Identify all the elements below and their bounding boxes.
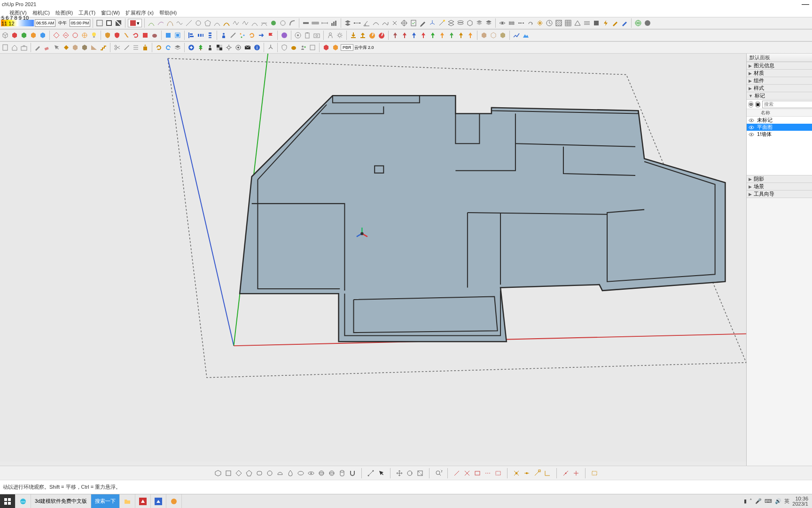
arrow3d-6-icon[interactable] (438, 31, 446, 40)
cube-tan2-icon[interactable] (489, 31, 498, 40)
arrow3d-9-icon[interactable] (466, 31, 475, 40)
elephant-icon[interactable] (150, 31, 159, 40)
shape-magnet-icon[interactable] (348, 469, 357, 477)
taskbar-app-sketchup[interactable] (151, 494, 166, 508)
fork-icon[interactable] (266, 43, 275, 52)
cube-blue-icon[interactable] (39, 31, 47, 40)
curve10-icon[interactable] (279, 19, 287, 27)
brush-icon[interactable] (620, 19, 629, 27)
taskbar-browser-tab[interactable]: 3d建模软件免费中文版 (31, 494, 91, 508)
eye-icon[interactable] (498, 19, 507, 27)
loop-icon[interactable] (526, 19, 535, 27)
shape-eye-icon[interactable] (307, 469, 315, 477)
edge-diag-icon[interactable] (367, 469, 375, 477)
pencil-edit-icon[interactable] (419, 19, 427, 27)
align-icon[interactable] (132, 43, 140, 52)
view-iso-icon[interactable] (95, 19, 104, 27)
distribute-h-icon[interactable] (196, 31, 205, 40)
stack-box-icon[interactable] (475, 19, 484, 27)
section-shadows[interactable]: ▶阴影 (747, 175, 812, 183)
line-seg-icon[interactable] (453, 469, 461, 477)
section-components[interactable]: ▶组件 (747, 77, 812, 85)
triangle-icon[interactable] (573, 19, 582, 27)
tree-icon[interactable] (196, 43, 205, 52)
circle-icon[interactable] (194, 19, 203, 27)
arrow3d-5-icon[interactable] (429, 31, 437, 40)
menu-tools[interactable]: 工具(T) (76, 9, 98, 16)
rect-outline-icon[interactable] (473, 469, 482, 477)
random-icon[interactable] (238, 31, 247, 40)
tag-row-floorplan[interactable]: 平面图 (747, 124, 812, 131)
curve7-icon[interactable] (250, 19, 259, 27)
section-materials[interactable]: ▶材质 (747, 70, 812, 77)
shape-penta-icon[interactable] (245, 469, 253, 477)
path-icon[interactable] (381, 19, 390, 27)
steps-icon[interactable] (99, 43, 108, 52)
person-dark-icon[interactable] (206, 43, 214, 52)
red-box-icon[interactable] (141, 31, 149, 40)
shape-cylinder-icon[interactable] (338, 469, 346, 477)
tray-chevron-icon[interactable]: ˄ (750, 498, 752, 504)
bolt-icon[interactable] (601, 19, 610, 27)
shield-outline-icon[interactable] (280, 43, 289, 52)
person-blue-icon[interactable] (219, 31, 228, 40)
outline-box-icon[interactable] (308, 43, 317, 52)
taskbar-app-fox[interactable] (166, 494, 182, 508)
tray-volume-icon[interactable]: 🔊 (775, 498, 781, 504)
curve4-icon[interactable] (222, 19, 231, 27)
cube-orange-icon[interactable] (29, 31, 38, 40)
dashed-rect2-icon[interactable] (590, 469, 599, 477)
cube-tan-icon[interactable] (480, 31, 488, 40)
dim2-icon[interactable] (353, 19, 361, 27)
axes-icon[interactable] (428, 19, 437, 27)
globe2-icon[interactable] (643, 19, 652, 27)
section-icon[interactable] (105, 19, 113, 27)
angle-icon[interactable] (362, 19, 371, 27)
section-instructor[interactable]: ▶工具向导 (747, 190, 812, 198)
rotate2-icon[interactable] (155, 43, 163, 52)
dims-icon[interactable] (320, 19, 329, 27)
section-scenes[interactable]: ▶场景 (747, 183, 812, 190)
doc-check-icon[interactable] (409, 19, 418, 27)
gear2-icon[interactable] (225, 43, 233, 52)
spark-icon[interactable] (536, 19, 544, 27)
hatch-icon[interactable] (554, 19, 563, 27)
cube-wire-icon[interactable] (1, 31, 9, 40)
box-blue-icon[interactable] (164, 31, 172, 40)
box-blue2-icon[interactable] (173, 31, 182, 40)
pbr-cube2-icon[interactable] (331, 43, 340, 52)
line-icon[interactable] (185, 19, 193, 27)
time-right-box[interactable]: 05:00 PM (70, 19, 90, 27)
taskbar-explorer[interactable] (120, 494, 135, 508)
align-left-icon[interactable] (187, 31, 195, 40)
tray-clock[interactable]: 10:36 2023/1 (792, 496, 808, 507)
menu-window[interactable]: 窗口(W) (98, 9, 123, 16)
layers3-icon[interactable] (456, 19, 465, 27)
menu-help[interactable]: 帮助(H) (156, 9, 180, 16)
shape-square-icon[interactable] (224, 469, 233, 477)
grid3-icon[interactable] (592, 19, 601, 27)
scale-icon[interactable] (416, 469, 424, 477)
layer-stack-icon[interactable] (344, 19, 352, 27)
box4-icon[interactable] (80, 43, 89, 52)
pencil2-icon[interactable] (33, 43, 42, 52)
paper-icon[interactable] (1, 43, 9, 52)
snap-perp-icon[interactable] (543, 469, 552, 477)
wand2-icon[interactable] (229, 31, 237, 40)
crosshair-icon[interactable] (400, 19, 408, 27)
snap-end-icon[interactable] (533, 469, 541, 477)
gear3-icon[interactable] (234, 43, 242, 52)
cube-tan3-icon[interactable] (499, 31, 507, 40)
tag-folder-icon[interactable]: ▣ (755, 101, 760, 108)
arrow3d-7-icon[interactable] (447, 31, 456, 40)
arrow3d-4-icon[interactable] (419, 31, 428, 40)
briefcase-icon[interactable] (20, 43, 28, 52)
distribute-v-icon[interactable] (206, 31, 214, 40)
curve6-icon[interactable] (241, 19, 250, 27)
tray-ime[interactable]: 英 (784, 498, 789, 505)
freehand-icon[interactable] (175, 19, 184, 27)
tag-add-icon[interactable]: ⊕ (749, 101, 753, 108)
arrow3d-1-icon[interactable] (391, 31, 399, 40)
curve8-icon[interactable] (260, 19, 268, 27)
time-left-box[interactable]: 06:55 AM (35, 19, 55, 27)
